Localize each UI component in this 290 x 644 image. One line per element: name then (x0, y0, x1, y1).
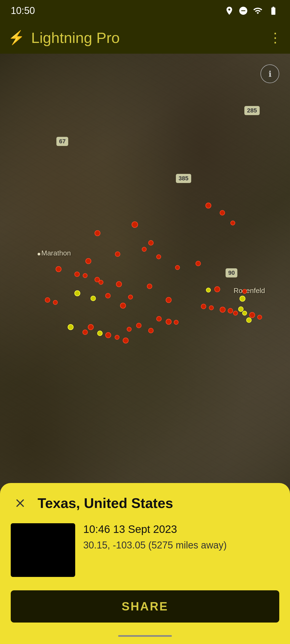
panel-thumbnail (11, 523, 75, 577)
lightning-dot-yellow-8 (242, 311, 247, 316)
dnd-icon (238, 6, 248, 16)
info-icon: ℹ (269, 69, 271, 79)
map-info-button[interactable]: ℹ (260, 64, 279, 83)
lightning-dot-red-8 (115, 251, 120, 257)
lightning-dot-red-6 (148, 240, 154, 246)
panel-datetime: 10:46 13 Sept 2023 (83, 523, 279, 535)
lightning-dot-red-43 (115, 335, 119, 340)
lightning-dot-red-13 (56, 266, 61, 272)
lightning-icon: ⚡ (8, 30, 25, 45)
lightning-dot-red-42 (105, 332, 111, 338)
lightning-dot-red-14 (74, 272, 80, 277)
lightning-dot-red-23 (128, 295, 133, 299)
lightning-dot-yellow-6 (240, 296, 245, 302)
lightning-dot-red-34 (257, 315, 262, 320)
lightning-dot-red-41 (148, 328, 154, 333)
more-options-icon[interactable]: ⋮ (269, 30, 282, 45)
lightning-dot-yellow-7 (238, 306, 244, 312)
road-67: 67 (56, 137, 68, 146)
lightning-dot-red-15 (83, 273, 88, 278)
status-time: 10:50 (11, 5, 35, 16)
lightning-dot-red-40 (127, 327, 132, 332)
lightning-dot-red-37 (174, 320, 179, 325)
lightning-dot-red-17 (99, 280, 103, 285)
lightning-dot-red-39 (88, 324, 94, 330)
lightning-dot-red-3 (132, 221, 138, 228)
lightning-dot-red-36 (166, 319, 172, 325)
road-285: 285 (244, 106, 260, 115)
lightning-dot-yellow-4 (97, 331, 103, 336)
panel-info: 10:46 13 Sept 2023 30.15, -103.05 (5275 … (83, 523, 279, 551)
panel-coordinates: 30.15, -103.05 (5275 miles away) (83, 540, 279, 551)
panel-content: 10:46 13 Sept 2023 30.15, -103.05 (5275 … (11, 523, 279, 577)
lightning-dot-red-10 (85, 258, 91, 264)
lightning-dot-red-38 (136, 323, 142, 328)
lightning-dot-yellow-3 (68, 324, 74, 330)
lightning-dot-red-30 (220, 307, 226, 313)
lightning-dot-red-28 (201, 304, 206, 309)
share-button[interactable]: SHARE (11, 590, 279, 623)
lightning-dot-red-12 (175, 265, 180, 270)
map-terrain (0, 54, 290, 537)
lightning-dot-red-1 (205, 203, 211, 208)
lightning-dot-red-27 (120, 303, 126, 309)
nav-indicator (118, 635, 172, 637)
lightning-dot-red-25 (45, 297, 50, 303)
status-bar: 10:50 (0, 0, 290, 21)
lightning-dot-red-24 (166, 297, 172, 303)
lightning-dot-yellow-2 (90, 296, 96, 301)
close-icon (13, 496, 27, 510)
wifi-icon (252, 6, 263, 16)
lightning-dot-red-7 (142, 247, 147, 252)
app-title: Lightning Pro (31, 29, 269, 46)
lightning-dot-red-33 (249, 312, 255, 318)
share-label: SHARE (122, 600, 168, 613)
rosenfeld-label: Rosenfeld (234, 287, 265, 295)
lightning-dot-red-5 (95, 230, 100, 236)
panel-close-button[interactable] (11, 494, 30, 513)
panel-title: Texas, United States (38, 495, 173, 511)
lightning-dot-red-26 (53, 300, 58, 305)
lightning-dot-red-31 (228, 308, 233, 313)
nav-bar (0, 628, 290, 644)
lightning-dot-red-18 (116, 281, 122, 287)
lightning-dot-red-19 (147, 284, 152, 289)
lightning-dot-red-21 (242, 289, 247, 294)
panel-header: Texas, United States (11, 494, 279, 513)
lightning-dot-red-11 (195, 261, 201, 266)
app-bar: ⚡ Lightning Pro ⋮ (0, 21, 290, 54)
lightning-dot-red-22 (105, 293, 111, 298)
map-background: 285 67 385 90 ℹ Marathon Rosenfeld (0, 54, 290, 537)
map-container[interactable]: 285 67 385 90 ℹ Marathon Rosenfeld (0, 54, 290, 537)
marathon-label: Marathon (38, 249, 71, 257)
lightning-dot-red-32 (233, 311, 238, 316)
lightning-dot-red-29 (209, 305, 214, 310)
lightning-dot-yellow-1 (74, 290, 80, 296)
lightning-dot-red-45 (82, 330, 88, 335)
lightning-dot-red-35 (156, 316, 162, 321)
lightning-dot-red-44 (123, 338, 129, 343)
lightning-dot-yellow-9 (246, 317, 252, 323)
lightning-dot-red-9 (156, 254, 161, 259)
road-90: 90 (226, 268, 237, 277)
lightning-dot-red-20 (214, 286, 220, 292)
status-icons (224, 6, 279, 16)
lightning-dot-red-2 (220, 210, 225, 215)
location-icon (224, 6, 234, 16)
road-385: 385 (176, 174, 191, 183)
bottom-panel: Texas, United States 10:46 13 Sept 2023 … (0, 483, 290, 644)
battery-icon (267, 6, 279, 16)
lightning-dot-red-4 (230, 221, 235, 225)
lightning-dot-yellow-5 (206, 288, 211, 292)
